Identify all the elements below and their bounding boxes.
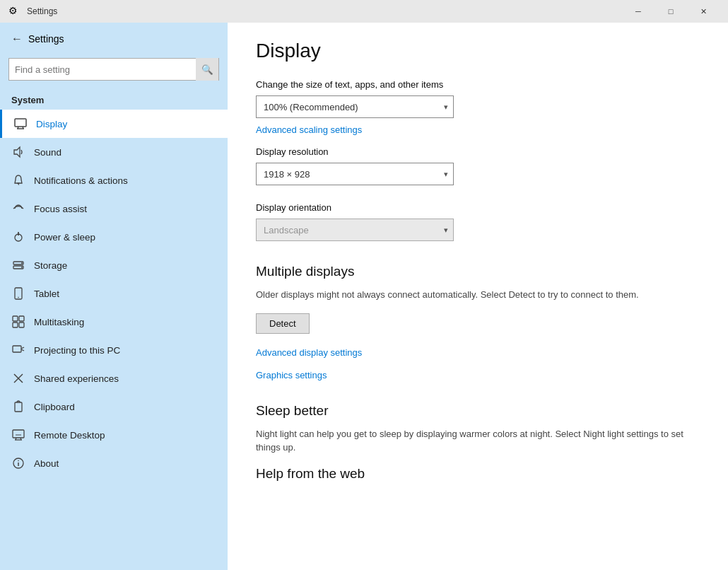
scaling-section: Change the size of text, apps, and other… — [256, 79, 700, 124]
sidebar-item-clipboard[interactable]: Clipboard — [0, 392, 228, 421]
sidebar-item-focus-assist[interactable]: Focus assist — [0, 194, 228, 223]
content-area: Display Change the size of text, apps, a… — [228, 23, 728, 570]
back-button[interactable]: ← Settings — [0, 23, 228, 55]
about-label: About — [34, 458, 59, 469]
power-icon — [11, 230, 25, 244]
sidebar-item-display[interactable]: Display — [0, 110, 228, 138]
tablet-label: Tablet — [34, 289, 59, 299]
settings-icon: ⚙ — [8, 5, 21, 18]
sidebar-item-power[interactable]: Power & sleep — [0, 223, 228, 251]
back-label: Settings — [28, 33, 64, 45]
tablet-icon — [11, 286, 25, 301]
resolution-label: Display resolution — [256, 146, 700, 157]
focus-assist-icon — [11, 202, 25, 216]
advanced-scaling-link[interactable]: Advanced scaling settings — [256, 124, 362, 135]
multiple-displays-description: Older displays might not always connect … — [256, 288, 700, 302]
sound-icon — [11, 145, 25, 159]
help-heading: Help from the web — [256, 466, 700, 482]
scaling-dropdown-wrapper: 100% (Recommended) 125% 150% 175% ▾ — [256, 95, 454, 118]
help-section: Help from the web — [256, 466, 700, 482]
titlebar: ⚙ Settings ─ □ ✕ — [0, 0, 728, 23]
search-input[interactable] — [9, 64, 196, 75]
scaling-dropdown[interactable]: 100% (Recommended) 125% 150% 175% — [256, 95, 454, 118]
scaling-label: Change the size of text, apps, and other… — [256, 79, 700, 90]
search-button[interactable]: 🔍 — [196, 58, 218, 81]
power-label: Power & sleep — [34, 232, 95, 243]
about-icon — [11, 456, 25, 470]
clipboard-label: Clipboard — [34, 402, 75, 412]
svg-point-14 — [18, 297, 19, 298]
multitasking-icon — [11, 315, 25, 329]
resolution-section: Display resolution 1918 × 928 1920 × 108… — [256, 146, 700, 191]
sound-label: Sound — [34, 147, 61, 158]
svg-rect-16 — [19, 316, 24, 321]
svg-point-32 — [18, 460, 19, 462]
remote-desktop-label: Remote Desktop — [34, 430, 105, 441]
svg-rect-17 — [13, 322, 18, 327]
shared-experiences-icon — [11, 371, 25, 385]
remote-desktop-icon — [11, 428, 25, 442]
resolution-dropdown[interactable]: 1918 × 928 1920 × 1080 1280 × 720 — [256, 163, 454, 185]
close-button[interactable]: ✕ — [687, 0, 720, 23]
orientation-dropdown-wrapper: Landscape Portrait Landscape (flipped) P… — [256, 219, 454, 241]
svg-rect-24 — [15, 402, 22, 412]
sidebar-item-tablet[interactable]: Tablet — [0, 279, 228, 308]
sidebar-item-storage[interactable]: Storage — [0, 251, 228, 279]
multiple-displays-section: Multiple displays Older displays might n… — [256, 264, 700, 392]
sidebar-item-projecting[interactable]: Projecting to this PC — [0, 336, 228, 364]
sidebar: ← Settings 🔍 System Display Sound — [0, 23, 228, 570]
sidebar-item-remote-desktop[interactable]: Remote Desktop — [0, 421, 228, 449]
storage-label: Storage — [34, 260, 67, 271]
projecting-label: Projecting to this PC — [34, 345, 120, 356]
notifications-icon — [11, 173, 25, 187]
svg-rect-25 — [13, 430, 24, 438]
projecting-icon — [11, 343, 25, 357]
window-controls: ─ □ ✕ — [622, 0, 720, 23]
focus-assist-label: Focus assist — [34, 204, 87, 214]
display-label: Display — [36, 119, 67, 129]
orientation-dropdown[interactable]: Landscape Portrait Landscape (flipped) P… — [256, 219, 454, 241]
graphics-settings-link[interactable]: Graphics settings — [256, 370, 327, 380]
search-icon: 🔍 — [201, 64, 213, 75]
search-box: 🔍 — [8, 58, 219, 81]
svg-point-12 — [21, 267, 23, 268]
resolution-dropdown-wrapper: 1918 × 928 1920 × 1080 1280 × 720 ▾ — [256, 163, 454, 185]
sleep-description: Night light can help you get to sleep by… — [256, 427, 700, 455]
shared-experiences-label: Shared experiences — [34, 373, 119, 384]
svg-point-11 — [21, 262, 23, 264]
advanced-display-link[interactable]: Advanced display settings — [256, 347, 362, 358]
sleep-heading: Sleep better — [256, 403, 700, 419]
storage-icon — [11, 258, 25, 272]
display-icon — [13, 117, 28, 131]
multiple-displays-heading: Multiple displays — [256, 264, 700, 279]
sidebar-section-title: System — [0, 89, 228, 110]
svg-rect-18 — [19, 322, 24, 327]
svg-rect-15 — [13, 316, 18, 321]
multitasking-label: Multitasking — [34, 317, 84, 327]
maximize-button[interactable]: □ — [654, 0, 687, 23]
sleep-section: Sleep better Night light can help you ge… — [256, 403, 700, 455]
sidebar-item-about[interactable]: About — [0, 449, 228, 477]
orientation-label: Display orientation — [256, 202, 700, 213]
orientation-section: Display orientation Landscape Portrait L… — [256, 202, 700, 247]
notifications-label: Notifications & actions — [34, 175, 128, 186]
sidebar-item-multitasking[interactable]: Multitasking — [0, 308, 228, 336]
svg-rect-19 — [13, 346, 21, 352]
titlebar-title: Settings — [27, 6, 622, 16]
back-arrow-icon: ← — [11, 33, 23, 45]
clipboard-icon — [11, 400, 25, 414]
svg-marker-4 — [14, 147, 20, 157]
page-title: Display — [256, 40, 700, 62]
main-container: ← Settings 🔍 System Display Sound — [0, 23, 728, 570]
sidebar-item-notifications[interactable]: Notifications & actions — [0, 166, 228, 194]
detect-button[interactable]: Detect — [256, 313, 310, 334]
svg-rect-0 — [15, 119, 26, 127]
minimize-button[interactable]: ─ — [622, 0, 654, 23]
sidebar-item-sound[interactable]: Sound — [0, 138, 228, 166]
sidebar-item-shared-experiences[interactable]: Shared experiences — [0, 364, 228, 392]
